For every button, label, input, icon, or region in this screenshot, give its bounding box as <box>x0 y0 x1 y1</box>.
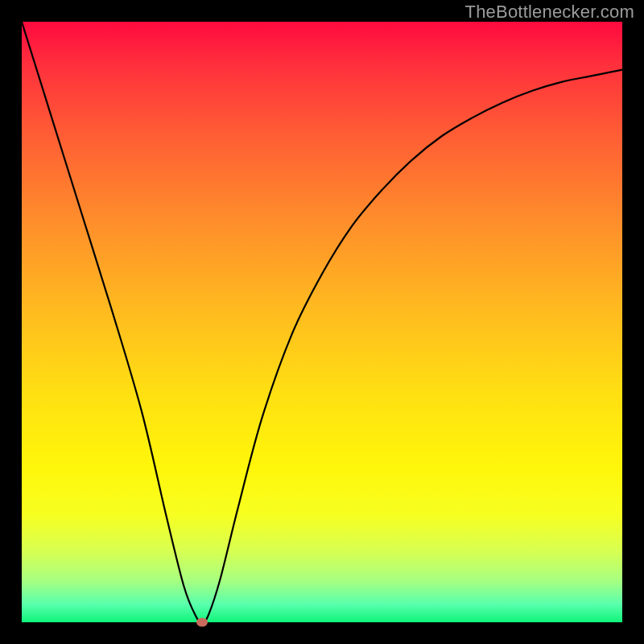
plot-area <box>22 22 622 622</box>
minimum-point-marker <box>196 618 208 627</box>
watermark-text: TheBottlenecker.com <box>465 2 634 23</box>
chart-frame: TheBottlenecker.com <box>0 0 644 644</box>
bottleneck-curve <box>22 22 622 622</box>
